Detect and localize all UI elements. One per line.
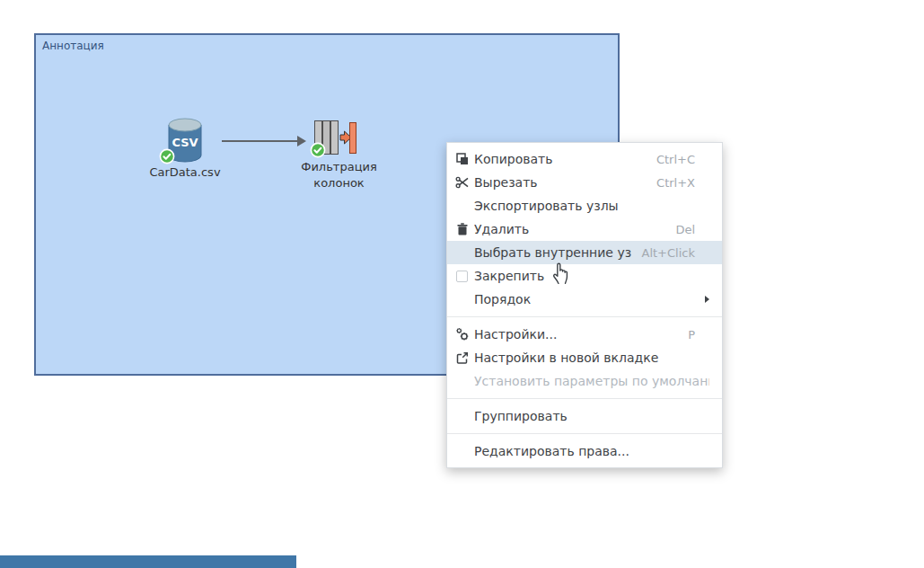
- menu-item-order[interactable]: Порядок: [447, 288, 722, 311]
- node-label-csv: CarData.csv: [131, 165, 239, 179]
- edge-line: [222, 140, 298, 142]
- menu-item-edit-rights[interactable]: Редактировать права...: [447, 439, 722, 463]
- menu-item-label: Закрепить: [474, 269, 709, 283]
- menu-shortcut: P: [688, 328, 709, 342]
- node-csv-source[interactable]: CSV: [167, 117, 203, 164]
- menu-item-select-inner-nodes[interactable]: Выбрать внутренние узлыAlt+Click: [447, 241, 722, 264]
- menu-item-label: Настройки в новой вкладке: [474, 351, 709, 365]
- menu-item-label: Настройки...: [474, 327, 677, 342]
- trash-icon: [454, 222, 470, 236]
- menu-separator: [447, 433, 722, 434]
- menu-item-delete[interactable]: УдалитьDel: [447, 217, 722, 241]
- node-column-filter[interactable]: [314, 120, 357, 157]
- menu-icon-spacer: [454, 444, 470, 458]
- menu-separator: [447, 398, 722, 399]
- pin-checkbox-slot: [454, 269, 470, 283]
- menu-item-label: Удалить: [474, 222, 664, 236]
- svg-text:CSV: CSV: [172, 136, 198, 149]
- menu-icon-spacer: [454, 199, 470, 213]
- scissors-icon: [454, 175, 470, 190]
- bottom-bar: [0, 555, 296, 568]
- menu-item-label: Копировать: [474, 152, 646, 166]
- pin-checkbox[interactable]: [456, 271, 468, 282]
- menu-icon-spacer: [454, 245, 470, 260]
- menu-item-label: Экспортировать узлы: [474, 199, 709, 213]
- menu-icon-spacer: [454, 374, 470, 388]
- menu-item-label: Установить параметры по умолчанию...: [474, 374, 709, 388]
- menu-icon-spacer: [454, 409, 470, 423]
- status-success-icon: [159, 148, 175, 164]
- menu-shortcut: Ctrl+C: [656, 153, 709, 166]
- hand-cursor-icon: [550, 258, 573, 285]
- menu-item-settings[interactable]: Настройки...P: [447, 323, 722, 346]
- menu-shortcut: Del: [675, 223, 709, 236]
- menu-item-export-nodes[interactable]: Экспортировать узлы: [447, 194, 722, 217]
- menu-item-pin[interactable]: Закрепить: [447, 264, 722, 288]
- menu-icon-spacer: [454, 292, 470, 306]
- menu-item-set-default-params: Установить параметры по умолчанию...: [447, 369, 722, 393]
- menu-item-settings-new-tab[interactable]: Настройки в новой вкладке: [447, 346, 722, 369]
- copy-icon: [454, 152, 470, 166]
- status-success-icon: [310, 142, 326, 158]
- menu-shortcut: Ctrl+X: [656, 176, 709, 190]
- node-label-column-filter: Фильтрация колонок: [295, 159, 383, 191]
- menu-separator: [447, 316, 722, 317]
- submenu-arrow-icon: [705, 296, 709, 303]
- menu-item-group[interactable]: Группировать: [447, 404, 722, 428]
- menu-shortcut: Alt+Click: [642, 246, 709, 260]
- context-menu: КопироватьCtrl+CВырезатьCtrl+XЭкспортиро…: [446, 142, 723, 468]
- menu-item-cut[interactable]: ВырезатьCtrl+X: [447, 171, 722, 194]
- external-link-icon: [454, 351, 470, 365]
- menu-item-label: Порядок: [474, 292, 694, 306]
- gears-icon: [454, 327, 470, 342]
- edge-arrowhead-icon: [297, 136, 306, 146]
- annotation-label: Аннотация: [42, 40, 104, 52]
- menu-item-label: Редактировать права...: [474, 444, 709, 458]
- menu-item-label: Группировать: [474, 409, 709, 423]
- menu-item-label: Вырезать: [474, 175, 646, 190]
- menu-item-copy[interactable]: КопироватьCtrl+C: [447, 147, 722, 171]
